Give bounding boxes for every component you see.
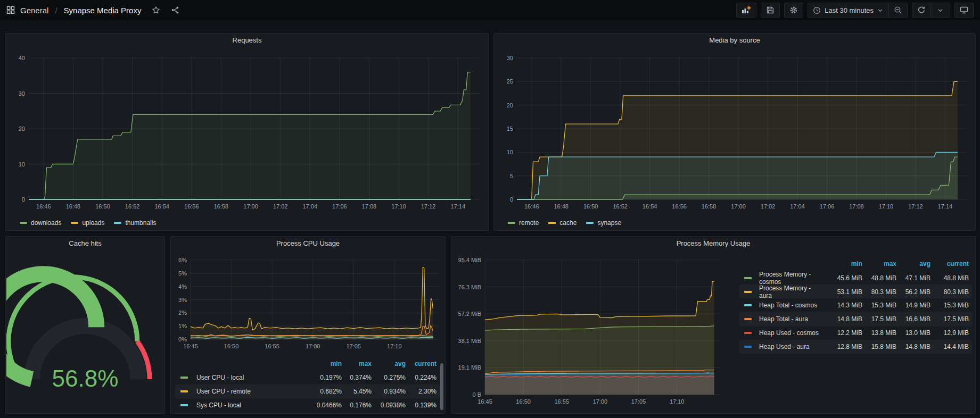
zoom-out-button[interactable] xyxy=(888,3,908,18)
svg-text:17:00: 17:00 xyxy=(593,398,608,405)
panel-process-memory: Process Memory Usage 16:4516:5016:5517:0… xyxy=(451,236,976,414)
legend-value: 0.197% xyxy=(309,374,342,381)
legend-col-min[interactable]: min xyxy=(309,360,342,367)
svg-text:17:12: 17:12 xyxy=(421,203,436,210)
legend-scrollbar[interactable] xyxy=(440,363,443,410)
legend-label[interactable]: Heap Total - cosmos xyxy=(757,302,824,309)
svg-text:20: 20 xyxy=(507,102,513,108)
legend-table-row: User CPU - local0.197%0.374%0.275%0.224% xyxy=(175,371,440,384)
panel-title-requests[interactable]: Requests xyxy=(6,34,488,47)
legend-swatch xyxy=(586,222,594,224)
legend-swatch xyxy=(71,222,78,224)
legend-label[interactable]: Heap Used - aura xyxy=(757,343,824,350)
legend-item-thumbnails[interactable]: thumbnails xyxy=(114,219,156,227)
time-range-picker[interactable]: Last 30 minutes xyxy=(808,3,888,18)
legend-item-downloads[interactable]: downloads xyxy=(20,219,61,227)
legend-value: 56.2 MiB xyxy=(896,288,930,296)
legend-table-header: minmaxavgcurrent xyxy=(739,257,972,271)
legend-value: 14.4 MiB xyxy=(930,343,969,350)
svg-text:17:00: 17:00 xyxy=(243,203,258,210)
legend-item-cache[interactable]: cache xyxy=(548,219,577,227)
svg-text:17:04: 17:04 xyxy=(790,203,805,210)
svg-text:10: 10 xyxy=(507,149,513,155)
svg-text:1%: 1% xyxy=(178,323,187,329)
legend-item-synapse[interactable]: synapse xyxy=(586,219,621,227)
legend-value: 47.1 MiB xyxy=(896,274,930,282)
legend-value: 0.0466% xyxy=(309,402,342,409)
legend-col-max[interactable]: max xyxy=(342,360,372,367)
svg-text:6%: 6% xyxy=(178,257,187,263)
breadcrumb: General / Synapse Media Proxy xyxy=(6,6,179,15)
refresh-icon xyxy=(917,6,926,14)
legend-swatch xyxy=(180,390,188,392)
media-by-source-legend: remotecachesynapse xyxy=(508,219,621,227)
legend-swatch xyxy=(180,404,188,406)
panel-cache-hits: Cache hits 56.8% xyxy=(5,236,165,414)
legend-value: 16.6 MiB xyxy=(896,315,930,323)
svg-text:16:56: 16:56 xyxy=(184,203,199,210)
legend-value: 48.8 MiB xyxy=(862,274,896,282)
legend-table-row: Heap Total - cosmos14.3 MiB15.3 MiB14.9 … xyxy=(739,298,972,312)
cycle-view-mode-button[interactable] xyxy=(954,3,974,18)
legend-value: 13.8 MiB xyxy=(862,329,896,337)
legend-col-max[interactable]: max xyxy=(862,260,896,267)
legend-label[interactable]: User CPU - local xyxy=(194,374,309,381)
legend-value: 80.3 MiB xyxy=(930,288,969,296)
dashboard-header: General / Synapse Media Proxy xyxy=(0,0,980,20)
refresh-button[interactable] xyxy=(912,3,931,18)
legend-label[interactable]: Heap Total - aura xyxy=(757,315,824,323)
dashboard-title[interactable]: Synapse Media Proxy xyxy=(64,6,142,15)
dashboard-settings-button[interactable] xyxy=(784,3,803,18)
svg-text:10: 10 xyxy=(19,161,25,168)
legend-col-avg[interactable]: avg xyxy=(372,360,406,367)
legend-label[interactable]: User CPU - remote xyxy=(194,388,309,395)
add-panel-button[interactable] xyxy=(736,3,756,18)
gauge-value: 56.8% xyxy=(52,365,119,391)
star-icon[interactable] xyxy=(152,6,160,14)
breadcrumb-folder[interactable]: General xyxy=(20,6,48,15)
panel-title-process-cpu[interactable]: Process CPU Usage xyxy=(171,237,445,250)
panel-title-cache-hits[interactable]: Cache hits xyxy=(6,237,164,250)
svg-text:5%: 5% xyxy=(178,270,187,277)
panel-title-process-memory[interactable]: Process Memory Usage xyxy=(451,237,975,250)
svg-text:17:06: 17:06 xyxy=(332,203,347,210)
cache-hits-gauge: 56.8% xyxy=(6,250,164,413)
svg-text:0: 0 xyxy=(510,196,513,203)
legend-item-remote[interactable]: remote xyxy=(508,219,539,227)
legend-col-current[interactable]: current xyxy=(930,260,969,267)
save-dashboard-button[interactable] xyxy=(761,3,780,18)
legend-value: 17.5 MiB xyxy=(930,315,969,323)
legend-label[interactable]: Heap Used - cosmos xyxy=(757,329,824,337)
svg-text:95.4 MiB: 95.4 MiB xyxy=(458,257,481,263)
legend-swatch xyxy=(508,222,515,224)
svg-text:0 B: 0 B xyxy=(472,391,481,398)
svg-text:17:10: 17:10 xyxy=(670,398,685,405)
legend-table-row: Process Memory - aura53.1 MiB80.3 MiB56.… xyxy=(739,285,972,298)
settings-gear-icon xyxy=(789,6,798,14)
legend-value: 15.3 MiB xyxy=(930,302,969,309)
legend-col-avg[interactable]: avg xyxy=(896,260,930,267)
process-cpu-legend-table: minmaxavgcurrentUser CPU - local0.197%0.… xyxy=(175,357,440,412)
legend-swatch xyxy=(744,346,752,348)
legend-label[interactable]: Process Memory - cosmos xyxy=(757,271,824,286)
refresh-interval-dropdown[interactable] xyxy=(931,3,950,18)
legend-item-uploads[interactable]: uploads xyxy=(71,219,104,227)
share-icon[interactable] xyxy=(171,6,179,14)
svg-text:19.1 MiB: 19.1 MiB xyxy=(458,364,481,371)
svg-text:16:50: 16:50 xyxy=(95,203,110,210)
legend-label[interactable]: Sys CPU - local xyxy=(194,402,309,409)
panel-title-media-by-source[interactable]: Media by source xyxy=(494,34,975,47)
legend-label[interactable]: Process Memory - aura xyxy=(757,285,824,299)
legend-swatch xyxy=(180,377,188,379)
svg-text:16:50: 16:50 xyxy=(516,398,531,405)
svg-text:17:10: 17:10 xyxy=(879,203,894,210)
legend-col-min[interactable]: min xyxy=(824,260,862,267)
svg-text:0%: 0% xyxy=(178,336,187,342)
svg-text:15: 15 xyxy=(507,126,513,132)
legend-value: 13.0 MiB xyxy=(896,329,930,337)
legend-col-current[interactable]: current xyxy=(406,360,437,367)
svg-text:17:05: 17:05 xyxy=(346,343,361,349)
apps-grid-icon[interactable] xyxy=(6,6,15,14)
svg-text:17:10: 17:10 xyxy=(391,203,406,210)
legend-swatch xyxy=(20,222,27,224)
